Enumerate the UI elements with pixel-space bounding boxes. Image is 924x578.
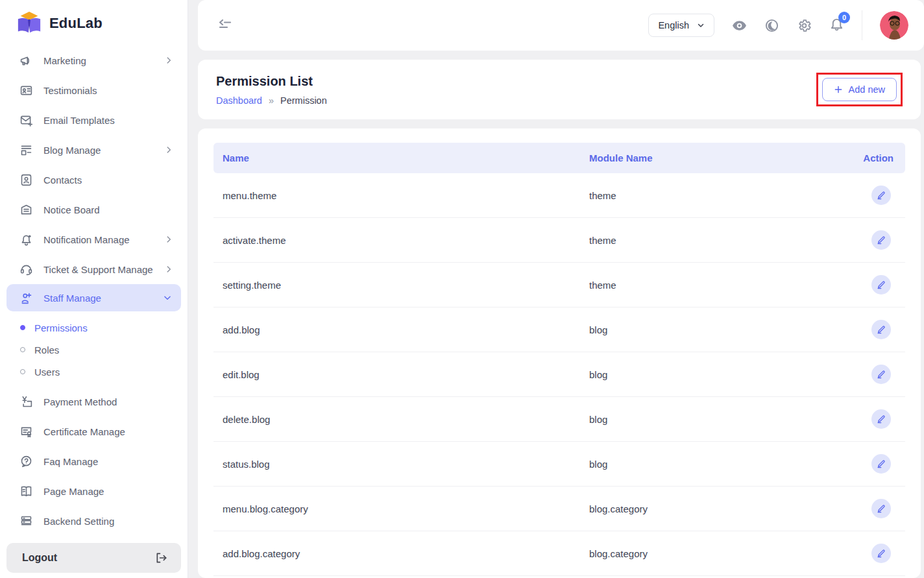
pencil-icon	[877, 235, 886, 245]
pencil-icon	[877, 504, 886, 513]
permission-table: Name Module Name Action menu.themethemea…	[213, 143, 905, 578]
table-row: delete.blogblog	[213, 397, 905, 442]
page-icon	[19, 485, 33, 498]
sidebar-item-notice-board[interactable]: Notice Board	[0, 195, 188, 224]
sidebar-item-certificate-manage[interactable]: Certificate Manage	[0, 416, 188, 446]
sidebar: EduLab MarketingTestimonialsEmail Templa…	[0, 0, 188, 578]
sidebar-item-label: Certificate Manage	[43, 426, 125, 437]
sidebar-item-page-manage[interactable]: Page Manage	[0, 476, 188, 506]
bullet-icon	[20, 325, 25, 330]
sidebar-item-label: Testimonials	[43, 85, 97, 96]
page-header-card: Permission List Dashboard » Permission A…	[198, 60, 921, 119]
permission-name-cell: menu.theme	[213, 173, 580, 218]
pencil-icon	[877, 370, 886, 379]
sidebar-item-label: Page Manage	[43, 486, 104, 497]
sidebar-subitem-label: Users	[34, 367, 60, 378]
chevron-down-icon	[697, 21, 705, 29]
visibility-icon[interactable]	[732, 18, 747, 33]
table-row: menu.blog.categoryblog.category	[213, 487, 905, 531]
table-header-row: Name Module Name Action	[213, 143, 905, 173]
permission-name-cell: setting.theme	[213, 263, 580, 307]
edit-button[interactable]	[871, 454, 891, 474]
add-new-button[interactable]: Add new	[822, 78, 897, 101]
sidebar-item-label: Ticket & Support Manage	[43, 264, 153, 275]
testimonial-icon	[19, 84, 33, 97]
sidebar-item-contacts[interactable]: Contacts	[0, 165, 188, 195]
edit-button[interactable]	[871, 544, 891, 563]
app-logo[interactable]: EduLab	[0, 0, 188, 44]
mail-plus-icon	[19, 114, 33, 127]
breadcrumb-dashboard-link[interactable]: Dashboard	[216, 95, 262, 106]
sidebar-item-label: Email Templates	[43, 115, 115, 126]
contact-icon	[19, 173, 33, 187]
user-avatar[interactable]	[880, 11, 908, 40]
topbar-divider	[862, 10, 862, 40]
chevron-right-icon	[164, 235, 173, 244]
sidebar-item-email-templates[interactable]: Email Templates	[0, 105, 188, 135]
edit-button[interactable]	[871, 365, 891, 384]
action-cell	[808, 442, 905, 487]
action-cell	[808, 173, 905, 218]
sidebar-item-label: Backend Setting	[43, 516, 114, 527]
table-row: setting.themetheme	[213, 263, 905, 307]
settings-icon[interactable]	[797, 18, 812, 33]
column-header-action: Action	[808, 143, 905, 173]
edit-button[interactable]	[871, 320, 891, 339]
sidebar-item-notification-manage[interactable]: Notification Manage	[0, 224, 188, 254]
plus-icon	[834, 85, 843, 94]
sidebar-subitem-roles[interactable]: Roles	[0, 339, 188, 361]
sidebar-item-label: Notice Board	[43, 204, 100, 215]
edit-button[interactable]	[871, 230, 891, 250]
action-cell	[808, 531, 905, 576]
module-name-cell: blog	[580, 397, 808, 442]
dark-mode-icon[interactable]	[764, 18, 779, 33]
faq-icon	[19, 455, 33, 468]
annotation-highlight: Add new	[816, 73, 903, 106]
chevron-down-icon	[163, 293, 172, 302]
breadcrumb-current: Permission	[280, 95, 327, 106]
action-cell	[808, 487, 905, 531]
sidebar-item-backend-setting[interactable]: Backend Setting	[0, 506, 188, 534]
sidebar-item-payment-method[interactable]: Payment Method	[0, 387, 188, 416]
sidebar-item-blog-manage[interactable]: Blog Manage	[0, 135, 188, 165]
permission-name-cell: add.blog	[213, 307, 580, 352]
logout-button[interactable]: Logout	[6, 543, 181, 573]
pencil-icon	[877, 415, 886, 424]
action-cell	[808, 576, 905, 578]
column-header-name: Name	[213, 143, 580, 173]
edit-button[interactable]	[871, 186, 891, 205]
pencil-icon	[877, 549, 886, 558]
sidebar-item-label: Notification Manage	[43, 234, 130, 245]
action-cell	[808, 352, 905, 397]
permission-name-cell: menu.blog.category	[213, 487, 580, 531]
bullet-icon	[20, 347, 25, 352]
sidebar-item-ticket-support-manage[interactable]: Ticket & Support Manage	[0, 254, 188, 284]
module-name-cell: blog	[580, 442, 808, 487]
edit-button[interactable]	[871, 409, 891, 429]
sidebar-item-label: Blog Manage	[43, 145, 101, 156]
sidebar-subitem-users[interactable]: Users	[0, 361, 188, 383]
sidebar-subitem-label: Permissions	[34, 322, 88, 333]
add-new-label: Add new	[849, 84, 885, 95]
page-title: Permission List	[216, 74, 327, 89]
edit-button[interactable]	[871, 499, 891, 518]
sidebar-item-testimonials[interactable]: Testimonials	[0, 75, 188, 105]
notifications-button[interactable]: 0	[829, 17, 844, 34]
edit-button[interactable]	[871, 275, 891, 295]
action-cell	[808, 397, 905, 442]
language-select[interactable]: English	[648, 14, 714, 37]
pencil-icon	[877, 325, 886, 334]
sidebar-item-staff-manage[interactable]: Staff Manage	[6, 284, 181, 311]
sidebar-subitem-permissions[interactable]: Permissions	[0, 317, 188, 339]
permission-name-cell: edit.blog	[213, 352, 580, 397]
sidebar-item-marketing[interactable]: Marketing	[0, 45, 188, 75]
sidebar-submenu-staff-manage: PermissionsRolesUsers	[0, 311, 188, 387]
collapse-sidebar-icon[interactable]	[217, 18, 233, 33]
table-row: add.blog.categoryblog.category	[213, 531, 905, 576]
table-row: edit.blog.categoryblog.category	[213, 576, 905, 578]
sidebar-item-faq-manage[interactable]: Faq Manage	[0, 446, 188, 476]
module-name-cell: theme	[580, 173, 808, 218]
edulab-logo-icon	[16, 10, 43, 36]
sidebar-item-label: Payment Method	[43, 396, 117, 407]
table-row: edit.blogblog	[213, 352, 905, 397]
